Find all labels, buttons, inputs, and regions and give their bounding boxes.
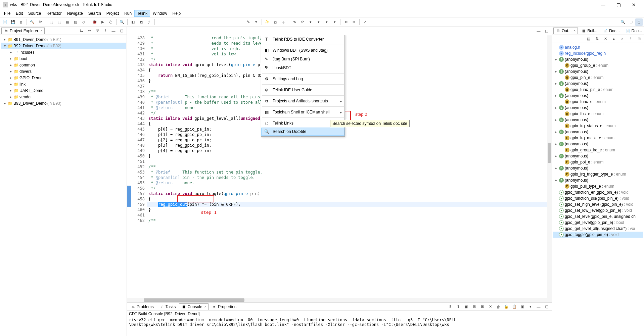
tree-item[interactable]: ▸📁boot <box>1 55 126 62</box>
toolbar-icon[interactable]: ▧ <box>72 18 79 26</box>
perspective-cc[interactable]: C <box>635 18 643 26</box>
outline-item[interactable]: ▸S (anonymous) <box>553 141 643 147</box>
outline-item[interactable]: ▸S (anonymous) <box>553 165 643 171</box>
maximize-button[interactable]: ▢ <box>611 0 626 9</box>
tree-item[interactable]: ▸📁B91_Driver_Demo (in B91) <box>1 36 126 43</box>
toolbar-icon[interactable]: ◘ <box>272 18 279 26</box>
project-explorer-tab[interactable]: 🗀 Project Explorer × <box>1 28 45 34</box>
properties-tab[interactable]: ≡Properties <box>210 303 239 310</box>
doc-tab[interactable]: 📄Doc... <box>601 28 622 34</box>
menu-item-windows-bdt-sws-and-jtag-[interactable]: ◧Windows BDT (SWS and Jtag) <box>261 46 344 55</box>
menu-project[interactable]: Project <box>104 10 122 17</box>
tree-item[interactable]: ▸📁vendor <box>1 94 126 100</box>
toolbar-icon[interactable]: ● <box>610 35 617 43</box>
outline-item[interactable]: ▸S (anonymous) <box>553 68 643 75</box>
outline-item[interactable]: ● gpio_function_en(gpio_pin_e) : void <box>553 189 643 195</box>
toolbar-icon[interactable]: ⬆ <box>454 303 462 310</box>
menu-item-telink-ide-user-guide[interactable]: ⊜Telink IDE User Guide <box>261 86 344 94</box>
close-button[interactable]: ✕ <box>627 0 641 9</box>
outline-item[interactable]: E gpio_func_pin_e : enum <box>553 87 643 93</box>
profile-button[interactable]: ⏱ <box>107 18 114 26</box>
menu-source[interactable]: Source <box>26 10 44 17</box>
minimize-button[interactable]: — <box>596 0 610 9</box>
menu-navigate[interactable]: Navigate <box>64 10 85 17</box>
toolbar-icon[interactable]: 🔒 <box>503 303 510 310</box>
outline-item[interactable]: ● gpio_set_high_level(gpio_pin_e) : void <box>553 201 643 207</box>
toolbar-icon[interactable]: 🗑 <box>495 303 502 310</box>
toolbar-icon[interactable]: ▾ <box>323 18 330 26</box>
toolbar-icon[interactable]: 📋 <box>511 303 518 310</box>
outline-item[interactable]: ▸S (anonymous) <box>553 177 643 183</box>
forward-button[interactable]: ➡ <box>350 18 358 26</box>
outline-item[interactable]: ▸S (anonymous) <box>553 105 643 111</box>
outline-item[interactable]: E gpio_group_e : enum <box>553 62 643 68</box>
console-output[interactable]: riscv32-elf-gcc -mcmodel=medium -mcmodel… <box>127 317 552 336</box>
maximize-icon[interactable]: ▢ <box>543 303 550 310</box>
maximize-icon[interactable]: ▢ <box>118 27 125 35</box>
toolbar-icon[interactable]: ▣ <box>462 303 470 310</box>
menu-file[interactable]: File <box>1 10 13 17</box>
close-icon[interactable]: × <box>40 29 42 33</box>
menu-edit[interactable]: Edit <box>13 10 26 17</box>
outline-item[interactable]: ▸S (anonymous) <box>553 93 643 99</box>
outline-item[interactable]: ● gpio_function_dis(gpio_pin_e) : void <box>553 195 643 201</box>
outline-item[interactable]: E gpio_func_e : enum <box>553 99 643 105</box>
outline-item[interactable]: E gpio_pull_type_e : enum <box>553 183 643 189</box>
toolbar-icon[interactable]: ▾ <box>331 18 338 26</box>
run-button[interactable]: ▶ <box>99 18 106 26</box>
link-editor-icon[interactable]: ⇔ <box>86 27 93 35</box>
outline-item[interactable]: ● gpio_get_level_all(unsigned char*) : v… <box>553 226 643 232</box>
toolbar-icon[interactable]: ⊞ <box>478 303 486 310</box>
menu-item-settings-and-log[interactable]: ⚙Settings and Log <box>261 75 344 83</box>
toolbar-icon[interactable]: ⋮ <box>627 35 634 43</box>
toolbar-icon[interactable]: ▤ <box>585 35 592 43</box>
back-button[interactable]: ⬅ <box>342 18 350 26</box>
outline-tree[interactable]: # analog.h# reg_include/gpio_reg.h▸S (an… <box>552 43 644 336</box>
outline-item[interactable]: ▸S (anonymous) <box>553 129 643 135</box>
toolbar-icon[interactable]: ⊟ <box>470 303 478 310</box>
menu-run[interactable]: Run <box>122 10 134 17</box>
toolbar-icon[interactable]: ⬚ <box>56 18 63 26</box>
toolbar-icon[interactable]: ◩ <box>137 18 145 26</box>
menu-item-jtag-burn-spi-burn-[interactable]: ✎Jtag Burn (SPI Burn) <box>261 55 344 63</box>
tree-item[interactable]: ▸📁GPIO_Demo <box>1 75 126 81</box>
toolbar-icon[interactable]: ✎ <box>244 18 252 26</box>
perspective-button[interactable]: ⊞ <box>627 18 635 26</box>
menu-item-search-on-docsite[interactable]: 🔍Search on DocSite <box>261 128 344 136</box>
outline-item[interactable]: E gpio_group_irq_e : enum <box>553 147 643 153</box>
toolbar-icon[interactable]: ⬇ <box>446 303 454 310</box>
toolbar-icon[interactable]: ◧ <box>129 18 137 26</box>
search-button[interactable]: 🔍 <box>118 18 126 26</box>
toolbar-icon[interactable]: ⇅ <box>593 35 601 43</box>
toolbar-icon[interactable]: ⤴ <box>145 18 153 26</box>
toolbar-icon[interactable]: ⊞ <box>635 35 643 43</box>
tree-item[interactable]: ▸📁link <box>1 81 126 87</box>
toolbar-icon[interactable]: ✨ <box>264 18 271 26</box>
menu-telink[interactable]: Telink <box>134 10 150 17</box>
editor-vertical-scrollbar[interactable] <box>547 35 552 302</box>
filter-icon[interactable]: ⧩ <box>94 27 101 35</box>
build-button[interactable]: 🔨 <box>29 18 36 26</box>
outline-item[interactable]: E gpio_pol_e : enum <box>553 159 643 165</box>
maximize-icon[interactable]: ▢ <box>543 27 550 35</box>
toolbar-icon[interactable]: ⟐ <box>280 18 287 26</box>
tree-item[interactable]: ▸📁common <box>1 62 126 68</box>
toolbar-icon[interactable]: ◇ <box>80 18 87 26</box>
menu-search[interactable]: Search <box>86 10 104 17</box>
toolbar-icon[interactable]: ▾ <box>527 303 534 310</box>
tree-item[interactable]: ▸⬚Includes <box>1 49 126 55</box>
toolbar-icon[interactable]: ⟲ <box>291 18 298 26</box>
toolbar-icon[interactable]: ✕ <box>487 303 494 310</box>
menu-item-projects-and-artifacts-shortcuts[interactable]: ⧉Projects and Artifacts shortcuts▸ <box>261 97 344 105</box>
outline-tab[interactable]: ⊟Out...× <box>553 28 578 34</box>
collapse-all-icon[interactable]: ⇆ <box>78 27 85 35</box>
close-icon[interactable]: × <box>573 29 576 33</box>
outline-item[interactable]: E gpio_irq_status_e : enum <box>553 123 643 129</box>
build-all-button[interactable]: ⚒ <box>37 18 44 26</box>
quick-access-button[interactable]: 🔍 <box>619 18 627 26</box>
outline-item[interactable]: ▸S (anonymous) <box>553 153 643 159</box>
minimize-icon[interactable]: — <box>535 303 542 310</box>
menu-help[interactable]: Help <box>170 10 184 17</box>
save-button[interactable]: 💾 <box>9 18 17 26</box>
minimize-icon[interactable]: — <box>535 27 542 35</box>
